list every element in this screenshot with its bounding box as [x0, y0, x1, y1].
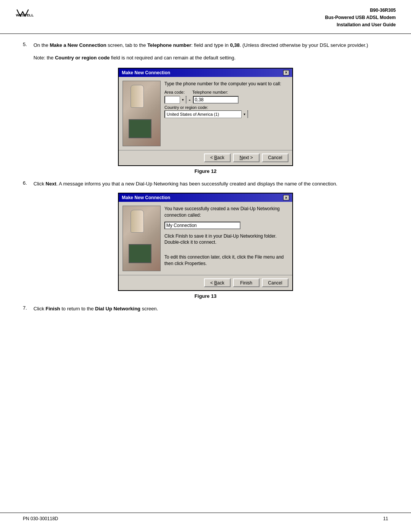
dialog2-cancel-button[interactable]: Cancel [262, 278, 288, 287]
dialog1-footer: < Back Next > Cancel [119, 150, 292, 165]
step-6-number: 6. [23, 180, 33, 188]
dialog1-close-button[interactable]: × [283, 70, 289, 75]
dialog1-cancel-button[interactable]: Cancel [262, 153, 288, 162]
dialog2-footer: < Back Finish Cancel [119, 275, 292, 290]
step-6-bold: Next [46, 181, 56, 187]
phone-illustration [123, 81, 160, 146]
handset-shape-2 [131, 210, 144, 233]
header-text-block: B90-36R305 Bus-Powered USB ADSL Modem In… [325, 7, 396, 29]
dialog1-back-button[interactable]: < Back [204, 153, 231, 162]
dialog1-right: Type the phone number for the computer y… [164, 81, 288, 146]
page-content: 5. On the Make a New Connection screen, … [0, 34, 411, 326]
monitor-shape-2 [129, 244, 151, 263]
area-code-arrow[interactable]: ▼ [180, 96, 186, 104]
dialog2: Make New Connection × You have successfu… [118, 193, 293, 291]
dialog1-prompt: Type the phone number for the computer y… [164, 81, 288, 87]
dialog2-back-button[interactable]: < Back [204, 278, 231, 287]
monitor-screen [129, 120, 151, 137]
dialog1-field-labels: Area code: Telephone number: [164, 90, 288, 94]
dialog2-phone-image [123, 206, 161, 271]
telephone-label: Telephone number: [192, 90, 228, 94]
page-header: WESTELL B90-36R305 Bus-Powered USB ADSL … [0, 0, 411, 34]
country-field-group: Country or region code: ▼ [164, 105, 288, 118]
dialog2-body: You have successfully created a new Dial… [119, 202, 292, 275]
country-arrow[interactable]: ▼ [241, 110, 247, 118]
handset-shape [131, 85, 144, 108]
header-product-name: Bus-Powered USB ADSL Modem [325, 14, 396, 21]
area-code-label: Area code: [164, 90, 185, 94]
footer-page-number: 11 [383, 516, 388, 521]
step-6-text: Click Next. A message informs you that a… [33, 180, 337, 188]
area-code-dropdown[interactable]: ▼ [164, 96, 186, 104]
step-5-number: 5. [23, 42, 33, 49]
dialog2-close-button[interactable]: × [283, 195, 289, 200]
header-product-number: B90-36R305 [325, 7, 396, 14]
country-dropdown[interactable]: ▼ [164, 110, 248, 118]
dialog2-wrapper: Make New Connection × You have successfu… [23, 193, 388, 291]
dialog1-titlebar: Make New Connection × [119, 69, 292, 77]
dialog2-title: Make New Connection [122, 195, 170, 200]
connection-name-input[interactable] [164, 222, 241, 229]
note-bold: Country or region code [55, 55, 110, 61]
dialog2-right: You have successfully created a new Dial… [164, 206, 288, 271]
step-5-text: On the Make a New Connection screen, tab… [33, 42, 368, 49]
monitor-shape [129, 119, 151, 138]
step-7-bold2: Dial Up Networking [95, 306, 140, 312]
step-5-block: 5. On the Make a New Connection screen, … [23, 42, 388, 49]
dialog2-finish-button[interactable]: Finish [233, 278, 260, 287]
westell-logo: WESTELL [15, 7, 46, 22]
step-7-block: 7. Click Finish to return to the Dial Up… [23, 305, 388, 313]
step-5-bold3: 0,38 [230, 42, 239, 48]
dialog2-finish-label: Finish [240, 280, 252, 286]
note-block: Note: the Country or region code field i… [33, 54, 388, 62]
country-label: Country or region code: [164, 105, 288, 110]
figure13-caption: Figure 13 [23, 293, 388, 299]
dialog1-cancel-label: Cancel [268, 155, 282, 160]
page-footer: PN 030-300118D 11 [0, 513, 411, 524]
connection-name-field [164, 222, 288, 229]
step-5-bold2: Telephone number [147, 42, 191, 48]
footer-pn: PN 030-300118D [23, 516, 58, 521]
dialog1-title: Make New Connection [122, 70, 170, 75]
monitor-screen-2 [129, 245, 151, 262]
dialog2-cancel-label: Cancel [268, 280, 282, 286]
dialog1-phone-fields: ▼ - [164, 96, 288, 104]
dialog1-phone-image [123, 81, 161, 146]
logo-area: WESTELL [15, 7, 46, 22]
country-input[interactable] [165, 111, 241, 118]
dialog2-titlebar: Make New Connection × [119, 193, 292, 202]
step-7-text: Click Finish to return to the Dial Up Ne… [33, 305, 158, 313]
telephone-input[interactable] [193, 96, 239, 104]
dialog2-finish-instruction: Click Finish to save it in your Dial-Up … [164, 233, 288, 246]
header-guide-title: Installation and User Guide [325, 21, 396, 29]
dialog1-next-button[interactable]: Next > [233, 153, 260, 162]
figure12-caption: Figure 12 [23, 168, 388, 174]
step-6-block: 6. Click Next. A message informs you tha… [23, 180, 388, 188]
step-5-bold1: Make a New Connection [50, 42, 107, 48]
step-7-number: 7. [23, 305, 33, 313]
dialog1-body: Type the phone number for the computer y… [119, 77, 292, 150]
dialog2-edit-instruction: To edit this connection later, click it,… [164, 254, 288, 267]
step-7-bold1: Finish [46, 306, 60, 312]
dialog2-success-text: You have successfully created a new Dial… [164, 206, 288, 219]
phone-dash: - [189, 97, 191, 103]
phone-illustration-2 [123, 206, 160, 271]
area-code-input[interactable] [165, 96, 180, 103]
dialog1: Make New Connection × Type the phone num… [118, 68, 293, 166]
dialog1-wrapper: Make New Connection × Type the phone num… [23, 68, 388, 166]
